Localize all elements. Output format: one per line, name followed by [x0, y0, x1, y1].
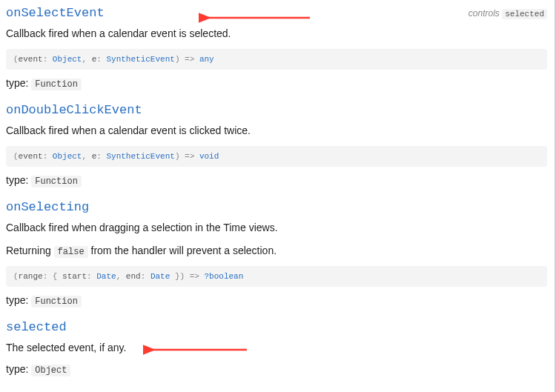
type-label: type:: [6, 77, 28, 89]
prop-description: Callback fired when dragging a selection…: [6, 220, 547, 236]
prop-type: Function: [31, 176, 82, 187]
controls-tag: controls selected: [469, 8, 547, 19]
prop-description: Callback fired when a calendar event is …: [6, 123, 547, 139]
prop-type-line: type: Function: [6, 294, 547, 307]
prop-type: Object: [31, 365, 70, 376]
prop-entry-selected: selected The selected event, if any. typ…: [6, 320, 547, 376]
prop-entry-onDoubleClickEvent: onDoubleClickEvent Callback fired when a…: [6, 103, 547, 187]
prop-description: The selected event, if any.: [6, 340, 547, 356]
prop-description: Callback fired when a calendar event is …: [6, 26, 547, 41]
type-label: type:: [6, 174, 28, 186]
prop-type-line: type: Function: [6, 174, 547, 187]
type-label: type:: [6, 294, 28, 306]
inline-code-false: false: [54, 246, 88, 258]
prop-name[interactable]: onDoubleClickEvent: [6, 103, 547, 117]
prop-description-2: Returning false from the handler will pr…: [6, 243, 547, 259]
prop-entry-onSelecting: onSelecting Callback fired when dragging…: [6, 200, 547, 307]
type-label: type:: [6, 363, 28, 375]
prop-name[interactable]: selected: [6, 320, 547, 334]
prop-name[interactable]: onSelecting: [6, 200, 547, 214]
prop-type: Function: [31, 79, 82, 90]
prop-signature: (event: Object, e: SyntheticEvent) => vo…: [6, 146, 547, 167]
prop-name[interactable]: onSelectEvent: [6, 6, 105, 20]
prop-entry-onSelectEvent: onSelectEvent controls selected Callback…: [6, 6, 547, 90]
controls-value: selected: [502, 9, 547, 19]
controls-label: controls: [469, 8, 500, 19]
prop-type: Function: [31, 296, 82, 308]
prop-type-line: type: Object: [6, 363, 547, 376]
prop-type-line: type: Function: [6, 77, 547, 90]
prop-signature: (range: { start: Date, end: Date }) => ?…: [6, 266, 547, 287]
prop-signature: (event: Object, e: SyntheticEvent) => an…: [6, 49, 547, 70]
